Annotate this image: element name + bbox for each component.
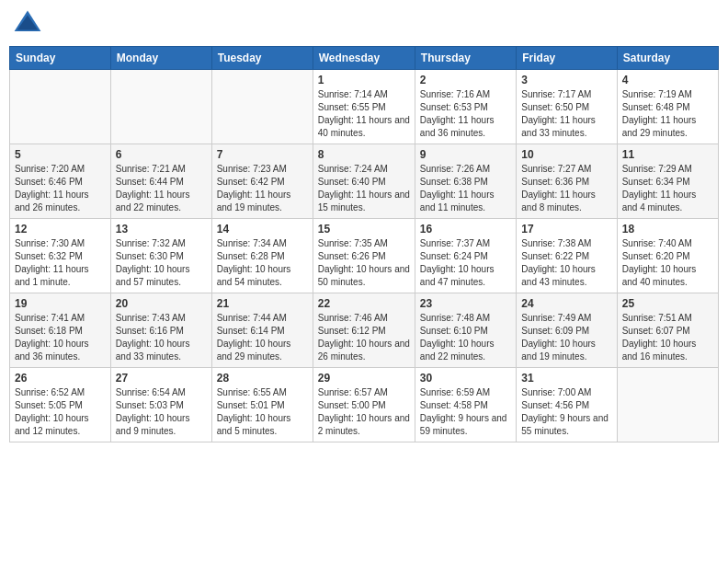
calendar-cell: 30Sunrise: 6:59 AM Sunset: 4:58 PM Dayli…: [415, 368, 516, 442]
day-number: 13: [116, 223, 207, 236]
logo: [13, 9, 46, 39]
calendar-week-row: 1Sunrise: 7:14 AM Sunset: 6:55 PM Daylig…: [10, 70, 719, 144]
calendar-cell: 23Sunrise: 7:48 AM Sunset: 6:10 PM Dayli…: [415, 293, 516, 368]
day-number: 21: [217, 297, 308, 310]
calendar-cell: 15Sunrise: 7:35 AM Sunset: 6:26 PM Dayli…: [313, 219, 415, 293]
calendar-cell: 5Sunrise: 7:20 AM Sunset: 6:46 PM Daylig…: [10, 144, 111, 219]
day-info: Sunrise: 7:51 AM Sunset: 6:07 PM Dayligh…: [622, 312, 713, 363]
calendar-cell: [211, 70, 313, 144]
logo-icon: [13, 9, 42, 39]
calendar-cell: 29Sunrise: 6:57 AM Sunset: 5:00 PM Dayli…: [313, 368, 415, 442]
day-number: 15: [318, 223, 410, 236]
day-header-sunday: Sunday: [10, 47, 111, 70]
day-info: Sunrise: 6:59 AM Sunset: 4:58 PM Dayligh…: [420, 386, 511, 438]
day-info: Sunrise: 7:40 AM Sunset: 6:20 PM Dayligh…: [622, 237, 713, 289]
day-number: 30: [420, 372, 511, 385]
calendar-cell: 24Sunrise: 7:49 AM Sunset: 6:09 PM Dayli…: [517, 293, 617, 368]
day-number: 11: [622, 148, 713, 161]
day-header-tuesday: Tuesday: [211, 47, 313, 70]
day-number: 20: [116, 297, 207, 310]
day-number: 31: [521, 372, 611, 385]
calendar-cell: 1Sunrise: 7:14 AM Sunset: 6:55 PM Daylig…: [313, 70, 415, 144]
day-number: 4: [622, 74, 713, 86]
day-number: 18: [622, 223, 713, 236]
calendar-cell: 26Sunrise: 6:52 AM Sunset: 5:05 PM Dayli…: [10, 368, 111, 442]
day-info: Sunrise: 7:27 AM Sunset: 6:36 PM Dayligh…: [521, 163, 611, 214]
calendar-cell: 2Sunrise: 7:16 AM Sunset: 6:53 PM Daylig…: [415, 70, 516, 144]
day-number: 22: [318, 297, 410, 310]
day-info: Sunrise: 7:17 AM Sunset: 6:50 PM Dayligh…: [521, 88, 611, 140]
day-info: Sunrise: 7:43 AM Sunset: 6:16 PM Dayligh…: [116, 312, 207, 363]
calendar-cell: 25Sunrise: 7:51 AM Sunset: 6:07 PM Dayli…: [617, 293, 718, 368]
calendar-cell: [617, 368, 718, 442]
day-info: Sunrise: 7:44 AM Sunset: 6:14 PM Dayligh…: [217, 312, 308, 363]
day-number: 19: [15, 297, 106, 310]
day-info: Sunrise: 7:19 AM Sunset: 6:48 PM Dayligh…: [622, 88, 713, 140]
calendar-table: SundayMondayTuesdayWednesdayThursdayFrid…: [9, 46, 719, 442]
calendar-cell: 20Sunrise: 7:43 AM Sunset: 6:16 PM Dayli…: [110, 293, 211, 368]
calendar-cell: 17Sunrise: 7:38 AM Sunset: 6:22 PM Dayli…: [517, 219, 617, 293]
day-number: 14: [217, 223, 308, 236]
day-info: Sunrise: 7:37 AM Sunset: 6:24 PM Dayligh…: [420, 237, 511, 289]
calendar-cell: 10Sunrise: 7:27 AM Sunset: 6:36 PM Dayli…: [517, 144, 617, 219]
day-info: Sunrise: 6:52 AM Sunset: 5:05 PM Dayligh…: [15, 386, 106, 438]
day-number: 28: [217, 372, 308, 385]
calendar-cell: 18Sunrise: 7:40 AM Sunset: 6:20 PM Dayli…: [617, 219, 718, 293]
day-number: 2: [420, 74, 511, 86]
calendar-cell: 21Sunrise: 7:44 AM Sunset: 6:14 PM Dayli…: [211, 293, 313, 368]
day-number: 26: [15, 372, 106, 385]
day-header-thursday: Thursday: [415, 47, 516, 70]
calendar-cell: 31Sunrise: 7:00 AM Sunset: 4:56 PM Dayli…: [517, 368, 617, 442]
calendar-cell: 11Sunrise: 7:29 AM Sunset: 6:34 PM Dayli…: [617, 144, 718, 219]
calendar-cell: 3Sunrise: 7:17 AM Sunset: 6:50 PM Daylig…: [517, 70, 617, 144]
day-number: 7: [217, 148, 308, 161]
day-number: 5: [15, 148, 106, 161]
day-number: 1: [318, 74, 410, 86]
day-header-friday: Friday: [517, 47, 617, 70]
day-info: Sunrise: 7:30 AM Sunset: 6:32 PM Dayligh…: [15, 237, 106, 289]
calendar-cell: 22Sunrise: 7:46 AM Sunset: 6:12 PM Dayli…: [313, 293, 415, 368]
day-info: Sunrise: 7:32 AM Sunset: 6:30 PM Dayligh…: [116, 237, 207, 289]
day-info: Sunrise: 7:38 AM Sunset: 6:22 PM Dayligh…: [521, 237, 611, 289]
day-info: Sunrise: 7:41 AM Sunset: 6:18 PM Dayligh…: [15, 312, 106, 363]
day-header-saturday: Saturday: [617, 47, 718, 70]
day-header-monday: Monday: [110, 47, 211, 70]
calendar-cell: 16Sunrise: 7:37 AM Sunset: 6:24 PM Dayli…: [415, 219, 516, 293]
calendar-week-row: 19Sunrise: 7:41 AM Sunset: 6:18 PM Dayli…: [10, 293, 719, 368]
day-number: 3: [521, 74, 611, 86]
calendar-cell: 4Sunrise: 7:19 AM Sunset: 6:48 PM Daylig…: [617, 70, 718, 144]
calendar-cell: 19Sunrise: 7:41 AM Sunset: 6:18 PM Dayli…: [10, 293, 111, 368]
day-number: 27: [116, 372, 207, 385]
day-number: 12: [15, 223, 106, 236]
calendar-cell: 14Sunrise: 7:34 AM Sunset: 6:28 PM Dayli…: [211, 219, 313, 293]
calendar-cell: 12Sunrise: 7:30 AM Sunset: 6:32 PM Dayli…: [10, 219, 111, 293]
calendar-cell: [110, 70, 211, 144]
calendar-cell: 8Sunrise: 7:24 AM Sunset: 6:40 PM Daylig…: [313, 144, 415, 219]
calendar-header-row: SundayMondayTuesdayWednesdayThursdayFrid…: [10, 47, 719, 70]
day-number: 24: [521, 297, 611, 310]
day-info: Sunrise: 7:24 AM Sunset: 6:40 PM Dayligh…: [318, 163, 410, 214]
calendar-week-row: 5Sunrise: 7:20 AM Sunset: 6:46 PM Daylig…: [10, 144, 719, 219]
day-info: Sunrise: 7:49 AM Sunset: 6:09 PM Dayligh…: [521, 312, 611, 363]
day-info: Sunrise: 6:57 AM Sunset: 5:00 PM Dayligh…: [318, 386, 410, 438]
calendar-cell: 9Sunrise: 7:26 AM Sunset: 6:38 PM Daylig…: [415, 144, 516, 219]
calendar-week-row: 26Sunrise: 6:52 AM Sunset: 5:05 PM Dayli…: [10, 368, 719, 442]
calendar-cell: [10, 70, 111, 144]
calendar-cell: 27Sunrise: 6:54 AM Sunset: 5:03 PM Dayli…: [110, 368, 211, 442]
day-number: 8: [318, 148, 410, 161]
day-number: 10: [521, 148, 611, 161]
day-info: Sunrise: 7:46 AM Sunset: 6:12 PM Dayligh…: [318, 312, 410, 363]
day-info: Sunrise: 6:54 AM Sunset: 5:03 PM Dayligh…: [116, 386, 207, 438]
day-info: Sunrise: 7:20 AM Sunset: 6:46 PM Dayligh…: [15, 163, 106, 214]
calendar-cell: 13Sunrise: 7:32 AM Sunset: 6:30 PM Dayli…: [110, 219, 211, 293]
day-info: Sunrise: 7:29 AM Sunset: 6:34 PM Dayligh…: [622, 163, 713, 214]
day-info: Sunrise: 7:48 AM Sunset: 6:10 PM Dayligh…: [420, 312, 511, 363]
day-info: Sunrise: 7:34 AM Sunset: 6:28 PM Dayligh…: [217, 237, 308, 289]
day-number: 16: [420, 223, 511, 236]
calendar-week-row: 12Sunrise: 7:30 AM Sunset: 6:32 PM Dayli…: [10, 219, 719, 293]
day-info: Sunrise: 7:26 AM Sunset: 6:38 PM Dayligh…: [420, 163, 511, 214]
day-header-wednesday: Wednesday: [313, 47, 415, 70]
calendar-cell: 7Sunrise: 7:23 AM Sunset: 6:42 PM Daylig…: [211, 144, 313, 219]
calendar-cell: 28Sunrise: 6:55 AM Sunset: 5:01 PM Dayli…: [211, 368, 313, 442]
day-info: Sunrise: 7:21 AM Sunset: 6:44 PM Dayligh…: [116, 163, 207, 214]
